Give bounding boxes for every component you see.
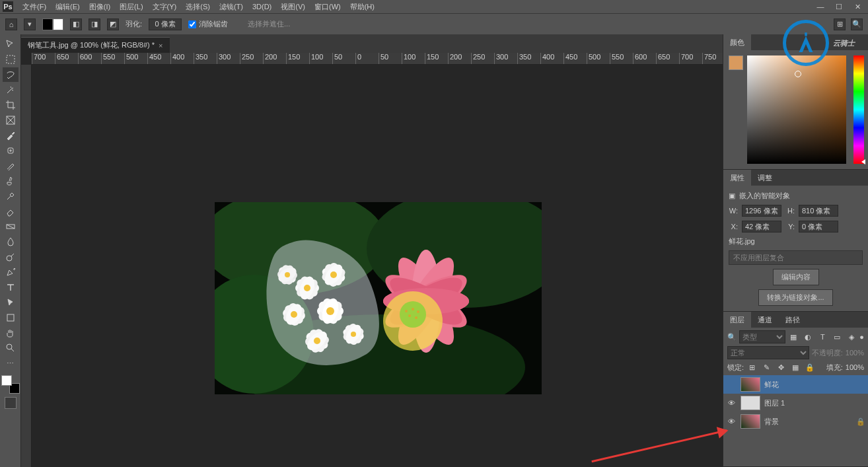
feather-input[interactable] [149, 18, 182, 30]
move-tool[interactable] [3, 37, 18, 52]
eraser-tool[interactable] [3, 204, 18, 219]
embedded-filename: 鲜花.jpg [729, 236, 863, 246]
marquee-tool[interactable] [3, 52, 18, 67]
tab-layers[interactable]: 图层 [723, 312, 751, 328]
menu-select[interactable]: 选择(S) [182, 2, 214, 12]
blend-mode-select[interactable]: 正常 [727, 346, 809, 359]
edit-toolbar[interactable]: ⋯ [3, 356, 18, 371]
document-area: 钢笔工具.jpg @ 100% (鲜花, RGB/8#) * × 7006506… [21, 34, 723, 467]
filter-shape-icon[interactable]: ▭ [832, 332, 842, 342]
magic-wand-tool[interactable] [3, 83, 18, 97]
quickmask-icon[interactable] [5, 397, 17, 409]
shape-tool[interactable] [3, 310, 18, 325]
gradient-tool[interactable] [3, 219, 18, 234]
menu-help[interactable]: 帮助(H) [346, 2, 379, 12]
ruler-vertical[interactable] [21, 65, 32, 467]
x-input[interactable] [742, 221, 781, 233]
lock-pixels-icon[interactable]: ✎ [761, 362, 772, 373]
type-tool[interactable] [3, 280, 18, 295]
menu-edit[interactable]: 编辑(E) [52, 2, 84, 12]
lock-all-icon[interactable]: 🔒 [805, 362, 815, 373]
hand-tool[interactable] [3, 326, 18, 340]
pen-tool[interactable] [3, 265, 18, 279]
menu-3d[interactable]: 3D(D) [248, 3, 275, 11]
layer-thumbnail[interactable] [741, 377, 760, 392]
eyedropper-tool[interactable] [3, 128, 18, 143]
edit-contents-button[interactable]: 编辑内容 [773, 269, 819, 285]
lock-trans-icon[interactable]: ⊞ [746, 362, 757, 373]
antialias-checkbox[interactable]: 消除锯齿 [188, 19, 228, 29]
menu-view[interactable]: 视图(V) [277, 2, 309, 12]
filter-type-icon[interactable]: T [817, 332, 828, 342]
hue-slider[interactable] [853, 55, 864, 164]
frame-tool[interactable] [3, 113, 18, 127]
layer-thumbnail[interactable] [741, 414, 760, 429]
opacity-value[interactable]: 100% [846, 349, 864, 357]
current-color-swatch[interactable] [729, 55, 743, 70]
tab-adjustments[interactable]: 调整 [751, 170, 779, 186]
width-input[interactable] [742, 205, 781, 217]
layer-row[interactable]: 👁图层 1 [723, 394, 868, 412]
lock-nested-icon[interactable]: ▦ [790, 362, 801, 373]
tab-properties[interactable]: 属性 [723, 170, 751, 186]
visibility-icon[interactable]: 👁 [726, 417, 737, 425]
brush-tool[interactable] [3, 159, 18, 173]
select-and-mask-button[interactable]: 选择并遮住... [248, 19, 290, 29]
convert-to-linked-button[interactable]: 转换为链接对象... [758, 289, 832, 306]
layer-row[interactable]: 鲜花 [723, 375, 868, 394]
color-swatches[interactable] [1, 375, 20, 394]
menu-layer[interactable]: 图层(L) [116, 2, 147, 12]
menu-image[interactable]: 图像(I) [85, 2, 114, 12]
blur-tool[interactable] [3, 234, 18, 249]
color-picker-area[interactable] [747, 55, 846, 164]
filter-toggle-icon[interactable]: ● [859, 333, 864, 341]
crop-tool[interactable] [3, 98, 18, 112]
search-icon[interactable]: 🔍 [851, 18, 863, 30]
filter-smart-icon[interactable]: ◈ [846, 332, 857, 342]
menu-file[interactable]: 文件(F) [18, 2, 50, 12]
document-tab[interactable]: 钢笔工具.jpg @ 100% (鲜花, RGB/8#) * × [21, 37, 170, 53]
lock-position-icon[interactable]: ✥ [776, 362, 786, 373]
layer-comp-dropdown[interactable]: 不应用图层复合 [729, 250, 863, 265]
selection-mode-icons[interactable] [42, 18, 63, 30]
menu-filter[interactable]: 滤镜(T) [215, 2, 247, 12]
visibility-icon[interactable]: 👁 [726, 399, 737, 407]
filter-adjust-icon[interactable]: ◐ [803, 332, 813, 342]
menu-text[interactable]: 文字(Y) [149, 2, 181, 12]
filter-pixel-icon[interactable]: ▦ [788, 332, 799, 342]
selection-intersect-icon[interactable]: ◩ [107, 18, 119, 30]
menu-window[interactable]: 窗口(W) [310, 2, 345, 12]
x-label: X: [729, 223, 738, 231]
height-input[interactable] [799, 205, 838, 217]
filter-type-select[interactable]: 类型 [739, 330, 785, 343]
tab-close-icon[interactable]: × [159, 42, 163, 50]
tab-paths[interactable]: 路径 [779, 312, 807, 328]
ruler-horizontal[interactable]: 7006506005505004504003503002502001501005… [32, 53, 723, 65]
clone-tool[interactable] [3, 174, 18, 188]
tab-channels[interactable]: 通道 [751, 312, 779, 328]
close-icon[interactable]: ✕ [850, 3, 865, 11]
layer-thumbnail[interactable] [741, 396, 760, 410]
lasso-tool[interactable] [3, 67, 18, 82]
healing-tool[interactable] [3, 143, 18, 158]
fill-value[interactable]: 100% [846, 363, 864, 371]
path-select-tool[interactable] [3, 295, 18, 310]
history-brush-tool[interactable] [3, 189, 18, 203]
home-icon[interactable]: ⌂ [5, 18, 17, 30]
right-panels: 颜色 属性 调整 ▣嵌入的智能对象 W: H: [723, 34, 868, 467]
tab-color[interactable]: 颜色 [723, 34, 751, 50]
feather-label: 羽化: [126, 19, 142, 29]
minimize-icon[interactable]: — [813, 3, 828, 11]
selection-subtract-icon[interactable]: ◨ [89, 18, 100, 30]
layer-row[interactable]: 👁背景🔒 [723, 412, 868, 431]
canvas[interactable] [215, 202, 542, 394]
tool-preset-icon[interactable]: ▾ [24, 18, 36, 30]
grid-icon[interactable]: ⊞ [834, 18, 846, 30]
svg-point-4 [7, 256, 12, 261]
maximize-icon[interactable]: ☐ [831, 3, 847, 11]
y-input[interactable] [799, 221, 838, 233]
selection-add-icon[interactable]: ◧ [70, 18, 82, 30]
zoom-tool[interactable] [3, 341, 18, 355]
filter-search-icon[interactable]: 🔍 [727, 333, 737, 341]
dodge-tool[interactable] [3, 250, 18, 264]
